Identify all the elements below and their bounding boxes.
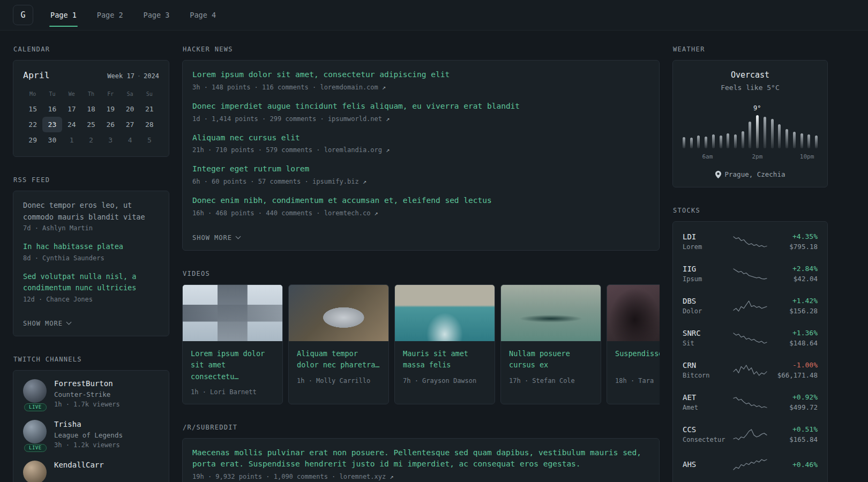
stock-sparkline [732, 363, 768, 377]
video-card[interactable]: Lorem ipsum dolor sit amet consectetu… 1… [182, 284, 283, 404]
twitch-channel-row[interactable]: LIVE Trisha League of Legends 3h · 1.2k … [23, 420, 159, 449]
source-domain-link[interactable]: loremdomain.com ↗ [320, 84, 386, 91]
stock-change: +4.35% [772, 232, 818, 240]
video-title-link[interactable]: Mauris sit amet massa felis [403, 348, 487, 372]
avatar [23, 379, 47, 403]
hackernews-item-link[interactable]: Donec imperdiet augue tincidunt felis al… [192, 101, 649, 112]
day-of-week-label: Tu [42, 89, 62, 101]
weather-bar [807, 134, 810, 148]
calendar-day: 16 [42, 101, 62, 117]
stock-ticker: AHS [683, 460, 728, 469]
rss-show-more-button[interactable]: SHOW MORE [23, 320, 71, 327]
stock-row[interactable]: AET Amet +0.92% $499.72 [683, 386, 818, 418]
calendar-day: 27 [120, 117, 139, 132]
stock-identity: IIG Ipsum [683, 265, 728, 283]
channel-game: League of Legends [54, 431, 123, 439]
stock-row[interactable]: AHS +0.46% [683, 450, 818, 478]
subreddit-post-link[interactable]: Maecenas mollis pulvinar erat non posuer… [192, 447, 649, 471]
stock-identity: LDI Lorem [683, 232, 728, 251]
video-card[interactable]: Mauris sit amet massa felis 7h · Grayson… [394, 284, 495, 404]
video-thumbnail[interactable] [183, 285, 282, 341]
stock-values: +1.42% $156.28 [772, 297, 818, 315]
video-card[interactable]: Suspendisse diam 18h · Tara [607, 284, 660, 404]
hackernews-item-link[interactable]: Integer eget rutrum lorem [192, 163, 649, 175]
top-bar: G Page 1 Page 2 Page 3 Page 4 [0, 0, 868, 31]
twitch-widget-title: TWITCH CHANNELS [13, 356, 169, 363]
channel-name[interactable]: ForrestBurton [54, 379, 120, 388]
video-title-link[interactable]: Lorem ipsum dolor sit amet consectetu… [191, 348, 274, 383]
channel-name[interactable]: Trisha [54, 420, 123, 428]
source-domain-link[interactable]: loremnet.xyz ↗ [340, 473, 394, 480]
video-thumbnail[interactable] [501, 285, 601, 341]
calendar-day: 29 [23, 132, 42, 148]
stock-ticker: LDI [683, 232, 728, 241]
weather-bar [815, 135, 818, 148]
stock-sparkline [732, 395, 768, 409]
stock-price: $66,171.48 [772, 371, 818, 379]
day-of-week-label: Fr [101, 89, 120, 101]
page-tab[interactable]: Page 2 [96, 0, 124, 30]
stock-row[interactable]: CCS Consectetur +0.51% $165.84 [683, 418, 818, 450]
page-tab[interactable]: Page 4 [189, 0, 217, 30]
stock-row[interactable]: CRN Bitcorn -1.00% $66,171.48 [683, 354, 818, 386]
calendar-days: 1516171819202122232425262728293012345 [23, 101, 159, 148]
item-meta-text: 19h · 9,932 points · 1,090 comments · [192, 473, 335, 480]
stock-price: $795.18 [772, 243, 818, 251]
channel-meta: 1h · 1.7k viewers [54, 401, 120, 408]
video-title-link[interactable]: Suspendisse diam [615, 348, 660, 372]
source-domain-link[interactable]: loremtech.co ↗ [324, 209, 378, 217]
video-thumbnail[interactable] [607, 285, 660, 341]
weather-location: Prague, Czechia [683, 170, 818, 178]
page-tab[interactable]: Page 1 [49, 0, 78, 30]
video-card[interactable]: Aliquam tempor dolor nec pharetra… 1h · … [288, 284, 389, 404]
rss-item: Donec tempor eros leo, ut commodo mauris… [23, 200, 159, 232]
avatar-wrap: LIVE [23, 379, 47, 408]
source-domain: loremlandia.org [324, 146, 382, 154]
time-label: 6am [702, 153, 713, 160]
subreddit-post: Maecenas mollis pulvinar erat non posuer… [192, 447, 649, 481]
hackernews-item-link[interactable]: Aliquam nec cursus elit [192, 132, 649, 144]
calendar-widget: CALENDAR April Week 17·2024 MoTuWeThFrSa… [13, 46, 169, 157]
source-domain-link[interactable]: ipsumify.biz ↗ [312, 178, 366, 185]
rss-item-link[interactable]: Sed volutpat nulla nisl, a condimentum n… [23, 271, 159, 294]
stock-identity: SNRC Sit [683, 329, 728, 347]
channel-name[interactable]: KendallCarr [54, 461, 104, 469]
hackernews-item-link[interactable]: Donec enim nibh, condimentum et accumsan… [192, 195, 649, 207]
stock-row[interactable]: DBS Dolor +1.42% $156.28 [683, 290, 818, 322]
source-domain-link[interactable]: loremlandia.org ↗ [324, 146, 390, 154]
hackernews-item-link[interactable]: Lorem ipsum dolor sit amet, consectetur … [192, 69, 649, 81]
video-meta: 1h · Lori Barnett [191, 388, 274, 396]
weather-bar [683, 137, 685, 148]
video-title-link[interactable]: Aliquam tempor dolor nec pharetra… [297, 348, 380, 372]
stock-values: +4.35% $795.18 [772, 232, 818, 251]
video-thumbnail[interactable] [289, 285, 388, 341]
app-logo[interactable]: G [13, 5, 33, 25]
calendar-week-year: Week 17·2024 [107, 72, 159, 80]
stock-row[interactable]: SNRC Sit +1.36% $148.64 [683, 322, 818, 354]
hackernews-item-meta: 6h · 60 points · 57 comments · ipsumify.… [192, 178, 649, 185]
stock-ticker: CCS [683, 425, 728, 434]
video-thumbnail[interactable] [395, 285, 495, 341]
stock-row[interactable]: LDI Lorem +4.35% $795.18 [683, 230, 818, 258]
external-link-icon: ↗ [382, 84, 386, 91]
stock-values: +0.92% $499.72 [772, 393, 818, 411]
stock-sparkline [732, 267, 768, 281]
video-title-link[interactable]: Nullam posuere cursus ex [509, 348, 593, 372]
external-link-icon: ↗ [375, 209, 378, 217]
hackernews-item: Donec enim nibh, condimentum et accumsan… [192, 195, 649, 217]
calendar-day: 22 [23, 117, 42, 132]
twitch-channel-row[interactable]: KendallCarr [23, 461, 159, 482]
page-tab[interactable]: Page 3 [143, 0, 171, 30]
rss-item-link[interactable]: Donec tempor eros leo, ut commodo mauris… [23, 200, 159, 223]
twitch-channel-row[interactable]: LIVE ForrestBurton Counter-Strike 1h · 1… [23, 379, 159, 408]
video-card[interactable]: Nullam posuere cursus ex 17h · Stefan Co… [500, 284, 601, 404]
weather-bar [778, 124, 781, 148]
calendar-year: 2024 [144, 72, 159, 80]
source-domain-link[interactable]: ipsumworld.net ↗ [328, 115, 390, 123]
weather-bar [690, 138, 693, 148]
rss-item-link[interactable]: In hac habitasse platea [23, 241, 159, 253]
calendar-day: 26 [101, 117, 120, 132]
stock-row[interactable]: IIG Ipsum +2.84% $42.04 [683, 258, 818, 290]
stock-name: Amet [683, 404, 728, 411]
hackernews-show-more-button[interactable]: SHOW MORE [192, 234, 240, 242]
